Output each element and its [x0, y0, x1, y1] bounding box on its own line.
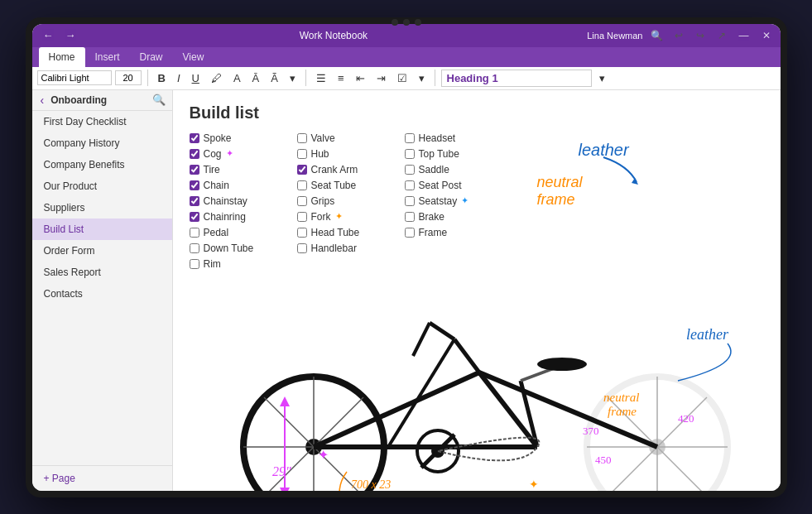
- sidebar-search-button[interactable]: 🔍: [152, 94, 166, 106]
- checkbox-down-tube[interactable]: [190, 243, 199, 253]
- undo-icon[interactable]: ↩: [671, 28, 686, 43]
- share-icon[interactable]: ↗: [714, 28, 729, 43]
- list-item: Seat Post: [405, 180, 496, 191]
- sidebar-item-order-form[interactable]: Order Form: [32, 240, 172, 262]
- sidebar-back-button[interactable]: ‹: [39, 94, 46, 107]
- checkbox-tire[interactable]: [190, 165, 199, 175]
- svg-text:✦: ✦: [529, 478, 539, 491]
- sidebar-item-company-history[interactable]: Company History: [32, 132, 172, 154]
- format-button[interactable]: Ā: [248, 70, 264, 86]
- svg-line-25: [454, 339, 479, 372]
- heading-dropdown-button[interactable]: ▾: [595, 70, 609, 86]
- list-item: Rim: [190, 258, 281, 270]
- tab-insert[interactable]: Insert: [85, 47, 130, 67]
- text-color-button[interactable]: A: [229, 70, 245, 86]
- forward-button[interactable]: →: [61, 27, 80, 43]
- page-title: Build list: [190, 103, 764, 122]
- checkbox-headset[interactable]: [405, 133, 415, 143]
- list-item: Frame: [405, 227, 496, 238]
- svg-marker-0: [632, 178, 638, 185]
- checkbox-fork[interactable]: [297, 212, 307, 222]
- list-item: Valve: [297, 132, 388, 144]
- list-dropdown-button[interactable]: ▾: [415, 70, 429, 86]
- heading-style-selector[interactable]: [441, 70, 592, 87]
- checkbox-brake[interactable]: [405, 212, 415, 222]
- checkbox-cog[interactable]: [190, 149, 199, 159]
- checkbox-hub[interactable]: [297, 149, 307, 159]
- tab-draw[interactable]: Draw: [130, 47, 173, 67]
- svg-line-19: [608, 447, 657, 491]
- title-bar-right: Lina Newman 🔍 ↩ ↪ ↗ — ✕: [587, 28, 773, 43]
- indent-decrease-button[interactable]: ⇤: [352, 70, 369, 86]
- sidebar-item-first-day[interactable]: First Day Checklist: [32, 111, 172, 132]
- font-size-input[interactable]: [115, 70, 142, 85]
- list-item: Headset: [405, 132, 496, 144]
- checkbox-saddle[interactable]: [405, 165, 415, 175]
- sidebar-item-company-benefits[interactable]: Company Benefits: [32, 154, 172, 175]
- search-icon[interactable]: 🔍: [650, 28, 665, 43]
- sidebar-item-contacts[interactable]: Contacts: [32, 283, 172, 305]
- checkbox-handlebar[interactable]: [297, 243, 307, 253]
- underline-button[interactable]: U: [188, 70, 204, 86]
- sidebar-section-label: Onboarding: [49, 94, 148, 106]
- dropdown-arrow[interactable]: ▾: [286, 70, 300, 86]
- camera-dot-center: [403, 19, 410, 26]
- list-item: Spoke: [190, 132, 281, 144]
- checkbox-seat-post[interactable]: [405, 180, 415, 190]
- back-button[interactable]: ←: [39, 27, 58, 43]
- add-page-button[interactable]: + Page: [44, 473, 161, 484]
- annotation-neutral-frame: neutralframe: [537, 174, 583, 209]
- checkbox-top-tube[interactable]: [405, 149, 415, 159]
- list-item: Cog ✦: [190, 148, 281, 160]
- checkbox-grips[interactable]: [297, 196, 307, 206]
- sidebar-item-build-list[interactable]: Build List: [32, 219, 172, 240]
- svg-line-30: [413, 323, 430, 356]
- checkbox-frame[interactable]: [405, 228, 415, 238]
- list-item: Hub: [297, 148, 388, 160]
- minimize-button[interactable]: —: [736, 30, 752, 41]
- redo-icon[interactable]: ↪: [693, 28, 708, 43]
- highlight-button[interactable]: 🖊: [207, 70, 226, 86]
- checkbox-spoke[interactable]: [190, 133, 199, 143]
- checkbox-button[interactable]: ☑: [393, 70, 411, 86]
- list-item: Handlebar: [297, 243, 388, 254]
- close-button[interactable]: ✕: [759, 30, 774, 41]
- main-layout: ‹ Onboarding 🔍 First Day Checklist Compa…: [32, 90, 781, 491]
- checkbox-seatstay[interactable]: [405, 196, 415, 206]
- checkbox-rim[interactable]: [190, 259, 199, 269]
- sidebar-item-our-product[interactable]: Our Product: [32, 175, 172, 197]
- font-paint-button[interactable]: Ã: [267, 70, 282, 86]
- numbered-list-button[interactable]: ≡: [334, 70, 348, 86]
- checkbox-chainring[interactable]: [190, 212, 199, 222]
- star-icon-fork: ✦: [335, 211, 343, 222]
- sidebar-item-suppliers[interactable]: Suppliers: [32, 197, 172, 219]
- checkbox-valve[interactable]: [297, 133, 307, 143]
- bullets-button[interactable]: ☰: [312, 70, 330, 86]
- checklist-col-2: Valve Hub Crank Arm Seat Tube: [297, 132, 388, 281]
- italic-button[interactable]: I: [173, 70, 185, 86]
- checkbox-head-tube[interactable]: [297, 228, 307, 238]
- camera-dot-right: [415, 19, 421, 26]
- checkbox-pedal[interactable]: [190, 228, 199, 238]
- bold-button[interactable]: B: [154, 70, 170, 86]
- tab-home[interactable]: Home: [39, 47, 85, 67]
- title-bar: ← → Work Notebook Lina Newman 🔍 ↩ ↪ ↗ — …: [32, 24, 781, 47]
- app-title: Work Notebook: [300, 30, 368, 41]
- checkbox-crank-arm[interactable]: [297, 165, 307, 175]
- list-item: Head Tube: [297, 227, 388, 238]
- tab-view[interactable]: View: [173, 47, 214, 67]
- checkbox-chainstay[interactable]: [190, 196, 199, 206]
- checkbox-chain[interactable]: [190, 180, 199, 190]
- list-item: Chainring: [190, 211, 281, 223]
- sidebar-item-sales-report[interactable]: Sales Report: [32, 262, 172, 283]
- ribbon-toolbar: B I U 🖊 A Ā Ã ▾ ☰ ≡ ⇤ ⇥ ☑ ▾ ▾: [32, 67, 781, 90]
- font-name-selector[interactable]: [37, 70, 112, 85]
- indent-increase-button[interactable]: ⇥: [372, 70, 390, 86]
- annotation-area: leather neutralframe: [512, 132, 764, 281]
- title-bar-left: ← →: [39, 27, 80, 43]
- checkbox-seat-tube[interactable]: [297, 180, 307, 190]
- separator-1: [147, 70, 148, 86]
- leather-arrow: [595, 153, 645, 186]
- device-camera: [392, 19, 421, 26]
- sidebar-footer: + Page: [32, 465, 172, 491]
